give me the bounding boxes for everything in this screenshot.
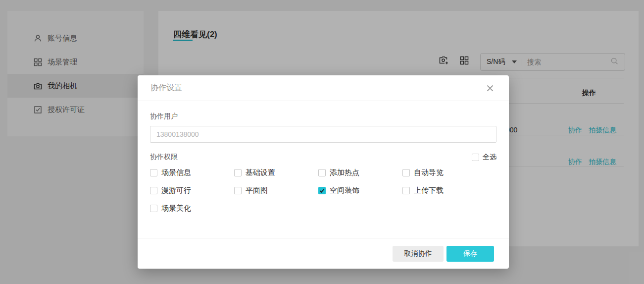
collab-user-label: 协作用户 xyxy=(150,112,496,121)
permission-label: 自动导览 xyxy=(414,168,444,177)
permission-label: 漫游可行 xyxy=(161,186,191,195)
checkbox-icon xyxy=(150,169,157,176)
collab-permissions-label: 协作权限 xyxy=(150,153,178,162)
checkbox-icon xyxy=(234,187,242,194)
checkbox-icon xyxy=(402,169,410,176)
select-all-checkbox[interactable]: 全选 xyxy=(472,153,496,162)
close-icon xyxy=(486,84,494,92)
permission-floorplan[interactable]: 平面图 xyxy=(234,186,318,195)
permission-roaming[interactable]: 漫游可行 xyxy=(150,186,234,195)
permission-label: 空间装饰 xyxy=(330,186,359,195)
permission-label: 场景信息 xyxy=(161,168,191,177)
checkbox-icon xyxy=(234,169,242,176)
permission-label: 添加热点 xyxy=(330,168,359,177)
dialog-body: 协作用户 协作权限 全选 场景信息 基础设置 xyxy=(138,101,509,213)
permission-label: 平面图 xyxy=(246,186,268,195)
permission-upload-download[interactable]: 上传下载 xyxy=(402,186,487,195)
permission-add-hotspot[interactable]: 添加热点 xyxy=(318,168,402,177)
permissions-header: 协作权限 全选 xyxy=(150,153,496,162)
check-icon xyxy=(319,188,325,193)
dialog-title: 协作设置 xyxy=(150,83,182,93)
collab-user-input[interactable] xyxy=(150,126,496,143)
select-all-label: 全选 xyxy=(483,153,496,162)
dialog-footer: 取消协作 保存 xyxy=(138,238,509,269)
cancel-collaboration-button[interactable]: 取消协作 xyxy=(393,246,444,262)
checkbox-icon xyxy=(150,187,157,194)
permission-scene-beautify[interactable]: 场景美化 xyxy=(150,204,234,213)
permission-auto-tour[interactable]: 自动导览 xyxy=(402,168,487,177)
collaboration-settings-dialog: 协作设置 协作用户 协作权限 全选 场景信息 xyxy=(138,75,509,269)
permission-basic-settings[interactable]: 基础设置 xyxy=(234,168,318,177)
permissions-grid: 场景信息 基础设置 添加热点 自动导览 xyxy=(150,168,496,213)
save-button[interactable]: 保存 xyxy=(446,246,494,262)
permission-space-decoration[interactable]: 空间装饰 xyxy=(318,186,402,195)
close-button[interactable] xyxy=(486,84,494,92)
checkbox-icon xyxy=(472,154,479,161)
permission-label: 场景美化 xyxy=(161,204,191,213)
checkbox-icon xyxy=(318,169,326,176)
dialog-header: 协作设置 xyxy=(138,75,509,101)
checkbox-icon xyxy=(318,187,326,194)
permission-label: 基础设置 xyxy=(246,168,275,177)
checkbox-icon xyxy=(402,187,410,194)
permission-scene-info[interactable]: 场景信息 xyxy=(150,168,234,177)
checkbox-icon xyxy=(150,205,157,212)
permission-label: 上传下载 xyxy=(414,186,444,195)
